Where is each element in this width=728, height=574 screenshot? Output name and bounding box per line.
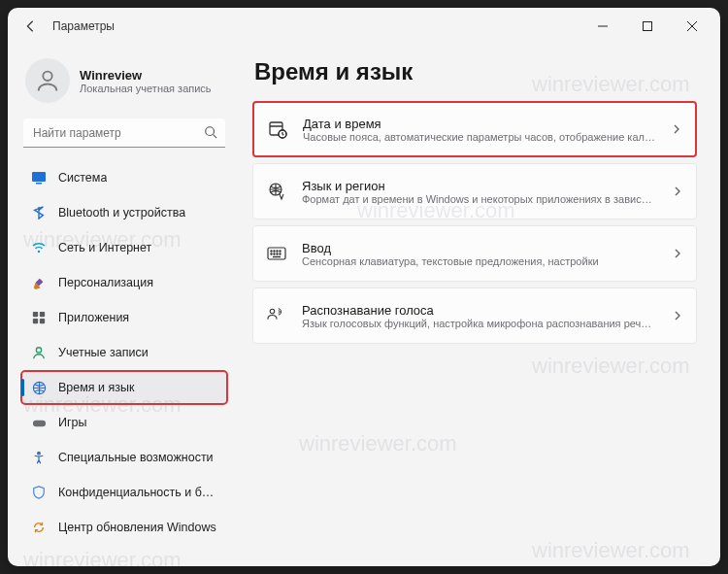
sidebar-item-network[interactable]: Сеть и Интернет: [21, 231, 227, 264]
globe-text-icon: [267, 182, 286, 201]
accessibility-icon: [31, 450, 47, 465]
sidebar-item-label: Специальные возможности: [58, 451, 214, 464]
card-typing[interactable]: Ввод Сенсорная клавиатура, текстовые пре…: [252, 225, 697, 282]
page-title: Время и язык: [254, 58, 697, 85]
svg-point-28: [271, 253, 272, 254]
sidebar-item-label: Игры: [58, 416, 86, 429]
svg-point-14: [36, 348, 41, 353]
search-icon: [204, 125, 217, 143]
svg-rect-12: [33, 319, 38, 323]
svg-line-6: [214, 135, 217, 139]
titlebar: Параметры: [8, 8, 720, 45]
card-subtitle: Формат дат и времени в Windows и некотор…: [302, 193, 657, 205]
user-account-type: Локальная учетная запись: [80, 83, 212, 94]
chevron-right-icon: [672, 120, 681, 138]
sidebar-item-privacy[interactable]: Конфиденциальность и безопасность: [21, 476, 227, 509]
calendar-clock-icon: [268, 119, 287, 139]
sidebar-nav: Система Bluetooth и устройства Сеть и Ин…: [21, 161, 227, 544]
sidebar-item-label: Учетные записи: [58, 346, 149, 359]
sidebar-item-label: Персонализация: [58, 276, 153, 289]
svg-rect-11: [40, 312, 45, 317]
svg-rect-16: [32, 420, 45, 426]
sidebar-item-personalization[interactable]: Персонализация: [21, 266, 227, 299]
sidebar-item-apps[interactable]: Приложения: [21, 301, 227, 334]
sidebar-item-label: Время и язык: [58, 381, 135, 394]
sidebar-item-accounts[interactable]: Учетные записи: [21, 336, 227, 369]
search-input[interactable]: [23, 118, 225, 148]
window-controls: [580, 12, 714, 41]
svg-rect-8: [36, 183, 42, 185]
card-title: Распознавание голоса: [302, 303, 657, 318]
svg-point-31: [280, 253, 281, 254]
avatar: [25, 58, 70, 103]
svg-point-9: [38, 251, 40, 253]
minimize-button[interactable]: [580, 12, 625, 41]
shield-icon: [31, 485, 47, 500]
monitor-icon: [31, 170, 47, 186]
chevron-right-icon: [673, 183, 682, 200]
search-box[interactable]: [23, 118, 225, 148]
app-title: Параметры: [52, 19, 580, 33]
update-icon: [31, 520, 47, 535]
card-title: Язык и регион: [302, 179, 657, 193]
gamepad-icon: [31, 415, 47, 430]
apps-icon: [31, 310, 47, 325]
bluetooth-icon: [31, 205, 47, 220]
card-subtitle: Сенсорная клавиатура, текстовые предложе…: [302, 255, 657, 267]
svg-rect-10: [33, 312, 38, 317]
svg-rect-7: [32, 172, 46, 182]
svg-point-27: [280, 251, 281, 252]
sidebar-item-label: Конфиденциальность и безопасность: [58, 486, 219, 499]
svg-point-30: [277, 253, 278, 254]
sidebar-item-label: Система: [58, 171, 107, 185]
sidebar: Winreview Локальная учетная запись Систе…: [8, 45, 237, 566]
card-speech[interactable]: Распознавание голоса Язык голосовых функ…: [252, 287, 697, 344]
settings-cards: Дата и время Часовые пояса, автоматическ…: [252, 101, 697, 344]
wifi-icon: [31, 240, 47, 255]
sidebar-item-update[interactable]: Центр обновления Windows: [21, 511, 227, 544]
settings-window: Параметры Winreview Локальная учетная за…: [8, 8, 720, 566]
card-subtitle: Часовые пояса, автоматические параметры …: [303, 131, 656, 143]
globe-clock-icon: [31, 380, 47, 395]
card-subtitle: Язык голосовых функций, настройка микроф…: [302, 318, 657, 329]
svg-point-17: [38, 452, 41, 455]
user-block[interactable]: Winreview Локальная учетная запись: [21, 52, 227, 118]
keyboard-icon: [267, 244, 286, 263]
svg-point-4: [43, 72, 51, 81]
svg-point-25: [274, 251, 275, 252]
sidebar-item-accessibility[interactable]: Специальные возможности: [21, 441, 227, 474]
main-content: Время и язык Дата и время Часовые пояса,…: [237, 45, 720, 566]
sidebar-item-gaming[interactable]: Игры: [21, 406, 227, 439]
svg-point-5: [206, 127, 215, 136]
maximize-button[interactable]: [625, 12, 670, 41]
sidebar-item-label: Центр обновления Windows: [58, 521, 216, 534]
sidebar-item-system[interactable]: Система: [21, 161, 227, 194]
svg-rect-13: [40, 319, 45, 323]
svg-point-24: [271, 251, 272, 252]
card-title: Ввод: [302, 241, 657, 255]
back-button[interactable]: [21, 17, 39, 35]
speech-icon: [267, 306, 286, 325]
sidebar-item-time-language[interactable]: Время и язык: [21, 371, 227, 404]
user-name: Winreview: [80, 68, 212, 83]
sidebar-item-label: Сеть и Интернет: [58, 241, 151, 254]
sidebar-item-label: Bluetooth и устройства: [58, 206, 185, 219]
svg-point-26: [277, 251, 278, 252]
svg-rect-1: [644, 22, 652, 31]
paint-icon: [31, 275, 47, 290]
card-language-region[interactable]: Язык и регион Формат дат и времени в Win…: [252, 163, 697, 219]
svg-point-33: [270, 309, 275, 314]
chevron-right-icon: [673, 245, 682, 262]
chevron-right-icon: [673, 307, 682, 324]
sidebar-item-label: Приложения: [58, 311, 129, 324]
svg-point-29: [274, 253, 275, 254]
card-date-time[interactable]: Дата и время Часовые пояса, автоматическ…: [252, 101, 697, 157]
person-icon: [31, 345, 47, 360]
sidebar-item-bluetooth[interactable]: Bluetooth и устройства: [21, 196, 227, 229]
close-button[interactable]: [670, 12, 714, 41]
card-title: Дата и время: [303, 117, 656, 131]
